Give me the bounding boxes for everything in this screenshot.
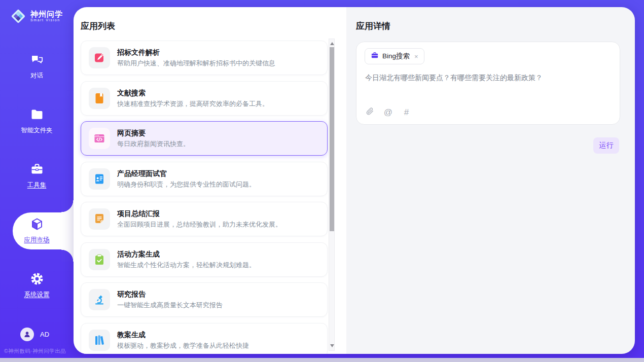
sidebar-item-label: 对话	[0, 71, 74, 80]
user-name: AD	[40, 331, 49, 338]
app-name: 网页摘要	[117, 128, 190, 138]
sidebar-item-label: 系统设置	[0, 291, 74, 299]
scrollbar[interactable]	[329, 39, 335, 351]
app-name: 研究报告	[117, 289, 223, 299]
book-icon	[89, 88, 110, 109]
prompt-card: Bing搜索 × 今日湖北有哪些新闻要点？有哪些需要关注的最新政策？ @ #	[356, 42, 620, 125]
gear-icon	[30, 272, 44, 286]
app-name: 活动方案生成	[117, 249, 256, 259]
app-name: 产品经理面试官	[117, 169, 256, 178]
briefcase-icon	[371, 51, 379, 61]
prompt-input[interactable]: 今日湖北有哪些新闻要点？有哪些需要关注的最新政策？	[365, 74, 609, 83]
app-name: 招标文件解析	[117, 48, 275, 57]
toolbox-icon	[30, 162, 44, 176]
avatar	[20, 328, 34, 341]
scrollbar-thumb[interactable]	[330, 47, 334, 231]
scroll-up-arrow-icon[interactable]	[330, 41, 334, 45]
diamond-logo-icon	[10, 8, 26, 24]
app-card[interactable]: 产品经理面试官明确身份和职责，为您提供专业性的面试问题。	[81, 162, 328, 196]
app-card[interactable]: 活动方案生成智能生成个性化活动方案，轻松解决规划难题。	[81, 242, 328, 277]
app-name: 项目总结汇报	[117, 209, 282, 219]
sidebar-item-folder[interactable]: 智能文件夹	[0, 107, 74, 135]
app-description: 全面回顾项目进展，总结经验教训，助力未来优化发展。	[117, 220, 282, 229]
main-panel: 应用列表 招标文件解析帮助用户快速、准确地理解和解析招标书中的关键信息文献搜索快…	[74, 7, 635, 354]
app-description: 快速精准查找学术资源，提高研究效率的必备工具。	[117, 99, 269, 108]
sticky-note-icon	[89, 208, 110, 230]
attach-file-button[interactable]	[365, 107, 375, 117]
active-tab-fillet-top	[61, 200, 74, 212]
tool-tag-label: Bing搜索	[382, 52, 410, 61]
app-detail-panel: 应用详情 Bing搜索 × 今日湖北有哪些新闻要点？有哪些需要关注的最新政策？ …	[346, 7, 635, 354]
run-button[interactable]: 运行	[593, 137, 619, 154]
sidebar-item-label: 应用市场	[0, 236, 74, 244]
app-card[interactable]: 项目总结汇报全面回顾项目进展，总结经验教训，助力未来优化发展。	[81, 202, 328, 236]
scroll-down-arrow-icon[interactable]	[330, 344, 334, 348]
app-card[interactable]: 教案生成模板驱动，教案秒成，教学准备从此轻松快捷	[81, 323, 328, 354]
app-name: 文献搜索	[117, 88, 269, 98]
brand-logo: 神州问学 Smart Vision	[10, 8, 63, 24]
app-card[interactable]: 文献搜索快速精准查找学术资源，提高研究效率的必备工具。	[81, 81, 328, 116]
active-tab-fillet-bottom	[61, 249, 74, 262]
sidebar-item-label: 工具集	[0, 181, 74, 190]
app-description: 模板驱动，教案秒成，教学准备从此轻松快捷	[117, 341, 249, 350]
app-list-panel: 应用列表 招标文件解析帮助用户快速、准确地理解和解析招标书中的关键信息文献搜索快…	[74, 7, 346, 354]
tool-tag-bing-search[interactable]: Bing搜索 ×	[365, 48, 424, 64]
sidebar-item-chat[interactable]: 对话	[0, 53, 74, 80]
sidebar-item-cube[interactable]: 应用市场	[0, 217, 74, 244]
folder-icon	[30, 107, 44, 122]
app-card[interactable]: 研究报告一键智能生成高质量长文本研究报告	[81, 282, 328, 317]
sidebar-item-toolbox[interactable]: 工具集	[0, 162, 74, 190]
sidebar-item-label: 智能文件夹	[0, 126, 74, 135]
tool-tag-close-icon[interactable]: ×	[414, 53, 418, 60]
brand-subtitle: Smart Vision	[30, 18, 63, 22]
app-list: 招标文件解析帮助用户快速、准确地理解和解析招标书中的关键信息文献搜索快速精准查找…	[81, 41, 328, 354]
hashtag-button[interactable]: #	[402, 107, 411, 117]
app-card[interactable]: 招标文件解析帮助用户快速、准确地理解和解析招标书中的关键信息	[81, 41, 328, 75]
app-description: 智能生成个性化活动方案，轻松解决规划难题。	[117, 260, 256, 270]
app-list-title: 应用列表	[81, 20, 115, 32]
microscope-icon	[89, 289, 110, 310]
app-name: 教案生成	[117, 330, 249, 340]
sidebar: 神州问学 Smart Vision 对话智能文件夹工具集应用市场系统设置 AD …	[0, 0, 74, 362]
cube-icon	[30, 217, 44, 231]
app-card[interactable]: 网页摘要每日政府新闻资讯快查。	[81, 121, 328, 156]
bottom-strip	[0, 358, 644, 362]
app-description: 明确身份和职责，为您提供专业性的面试问题。	[117, 179, 256, 189]
app-description: 帮助用户快速、准确地理解和解析招标书中的关键信息	[117, 58, 275, 68]
app-detail-title: 应用详情	[356, 20, 390, 32]
app-description: 一键智能生成高质量长文本研究报告	[117, 300, 223, 310]
browser-code-icon	[89, 128, 110, 149]
clipboard-check-icon	[89, 249, 110, 270]
books-icon	[89, 330, 110, 351]
person-doc-icon	[89, 168, 110, 190]
app-description: 每日政府新闻资讯快查。	[117, 139, 190, 149]
chat-icon	[30, 53, 44, 67]
user-account[interactable]: AD	[0, 328, 74, 341]
brand-name: 神州问学	[30, 10, 63, 19]
person-icon	[23, 330, 31, 339]
pen-square-icon	[89, 47, 110, 68]
sidebar-item-gear[interactable]: 系统设置	[0, 272, 74, 299]
mention-button[interactable]: @	[383, 107, 393, 117]
copyright-footer: ©神州数码·神州问学出品	[4, 348, 71, 355]
paperclip-icon	[366, 107, 374, 118]
